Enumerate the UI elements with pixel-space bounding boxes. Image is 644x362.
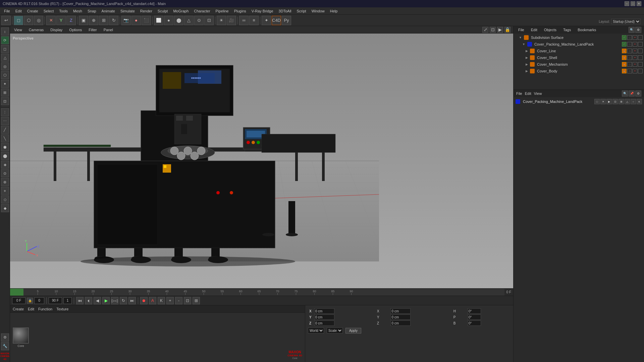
sphere-button[interactable]: ●: [164, 16, 173, 25]
minimize-button[interactable]: –: [625, 1, 629, 6]
transform-mode-select[interactable]: Scale: [327, 327, 343, 334]
tool-config[interactable]: ⚙: [1, 334, 9, 342]
cone-button[interactable]: △: [184, 16, 194, 25]
om-search-icon[interactable]: 🔍: [629, 27, 635, 33]
tool-rotate[interactable]: ⟳: [1, 36, 9, 44]
tool-spline[interactable]: ◈: [1, 161, 9, 169]
timeline-ruler[interactable]: 0 5 10 15 20 25 30 35 40 45 50 55 60 65 …: [10, 289, 504, 296]
vp-menu-options[interactable]: Options: [68, 27, 83, 33]
close-button[interactable]: ✕: [637, 1, 641, 6]
attr-pin-icon[interactable]: 📌: [629, 90, 635, 97]
del-key-button[interactable]: -: [175, 297, 182, 304]
expand-triangle-body[interactable]: ▶: [526, 69, 528, 73]
frame-rate-input[interactable]: [34, 297, 44, 304]
tool-loop[interactable]: ⊡: [1, 97, 9, 105]
loop-button[interactable]: ↻: [120, 297, 127, 304]
machine-tag-4[interactable]: ·: [638, 42, 643, 47]
material-menu-create[interactable]: Create: [13, 307, 24, 311]
scale-tool2-button[interactable]: ⊞: [99, 16, 108, 25]
play-both-button[interactable]: ▷◁: [111, 297, 118, 304]
shell-tag-4[interactable]: ·: [638, 55, 643, 60]
tool-3d[interactable]: ◆: [1, 204, 9, 212]
menu-window[interactable]: Window: [309, 8, 327, 14]
maximize-button[interactable]: □: [631, 1, 635, 6]
tool-knife[interactable]: ⊞: [1, 88, 9, 97]
tool-live[interactable]: ◎: [1, 62, 9, 70]
obj-row-body[interactable]: ▶ Cover_Body ■ □ ✕ ·: [514, 68, 644, 74]
model-mode-button[interactable]: ◻: [14, 16, 23, 25]
menu-pipeline[interactable]: Pipeline: [213, 8, 231, 14]
material-menu-function[interactable]: Function: [38, 307, 52, 311]
obj-row-subdivision[interactable]: ▼ Subdivision Surface ✓ □ ✕ ·: [514, 34, 644, 41]
material-swatch-core[interactable]: [13, 327, 29, 344]
line-tag-3[interactable]: ✕: [633, 49, 637, 53]
menu-3dtoall[interactable]: 3DToAll: [276, 8, 294, 14]
vp-menu-view[interactable]: View: [13, 27, 23, 33]
machine-tag-1[interactable]: ✓: [622, 42, 627, 47]
cylinder-button[interactable]: ⬤: [174, 16, 183, 25]
prev-key-button[interactable]: ⊡: [184, 297, 191, 304]
expand-triangle-shell[interactable]: ▶: [526, 56, 528, 59]
layout-select[interactable]: Startup (Used): [611, 19, 641, 24]
goto-start-button[interactable]: ⏮: [76, 297, 84, 304]
mech-tag-4[interactable]: ·: [638, 62, 643, 67]
vp-menu-filter[interactable]: Filter: [87, 27, 98, 33]
menu-snap[interactable]: Snap: [85, 8, 99, 14]
tool-magnet[interactable]: ✦: [1, 80, 9, 88]
tool-weld[interactable]: ⬤: [1, 152, 9, 160]
z-position-input[interactable]: [314, 320, 334, 326]
tag-dot[interactable]: ·: [638, 35, 643, 40]
line-tag-4[interactable]: ·: [638, 49, 643, 53]
mech-tag-3[interactable]: ✕: [633, 62, 637, 67]
move-tool-button[interactable]: ✕: [46, 16, 56, 25]
rotate-tool-button[interactable]: Z: [66, 16, 76, 25]
max-frame-input[interactable]: [49, 297, 62, 304]
menu-tools[interactable]: Tools: [56, 8, 70, 14]
tag-green[interactable]: ✓: [622, 35, 627, 40]
vp-render-button[interactable]: ▶: [497, 27, 503, 33]
menu-simulate[interactable]: Simulate: [118, 8, 138, 14]
y-size-input[interactable]: [390, 314, 411, 320]
tool-extrude[interactable]: ⋮: [1, 108, 9, 116]
renderall-button[interactable]: ⬛: [142, 16, 151, 25]
xpresso-button[interactable]: ✦: [262, 16, 271, 25]
body-tag-3[interactable]: ✕: [633, 69, 637, 73]
paint-mode-button[interactable]: ◎: [34, 16, 43, 25]
tool-pen[interactable]: ⊙: [1, 169, 9, 177]
vp-lock-button[interactable]: 🔒: [504, 27, 511, 33]
tool-poly[interactable]: ⬡: [1, 71, 9, 79]
menu-edit[interactable]: Edit: [13, 8, 24, 14]
menu-animate[interactable]: Animate: [99, 8, 118, 14]
attr-tab-edit[interactable]: Edit: [525, 92, 531, 96]
material-menu-texture[interactable]: Texture: [56, 307, 68, 311]
attr-config-icon[interactable]: ⚙: [635, 90, 641, 97]
p-input[interactable]: [468, 314, 481, 320]
obj-row-shell[interactable]: ▶ Cover_Shell ■ □ ✕ ·: [514, 54, 644, 61]
play-button[interactable]: ▶: [102, 297, 110, 304]
line-tag-2[interactable]: □: [627, 49, 632, 53]
expand-triangle-mech[interactable]: ▶: [526, 63, 528, 66]
om-tab-tags[interactable]: Tags: [561, 27, 573, 33]
menu-render[interactable]: Render: [138, 8, 155, 14]
obj-row-machine[interactable]: ▼ Cover_Packing_Machine_LandPack ✓ □ ✕ ·: [514, 41, 644, 48]
tool-bridge[interactable]: ╱: [1, 126, 9, 134]
vp-menu-display[interactable]: Display: [49, 27, 64, 33]
move-tool2-button[interactable]: ⊕: [89, 16, 98, 25]
attr-tab-view[interactable]: View: [534, 92, 542, 96]
menu-mograph[interactable]: MoGraph: [170, 8, 191, 14]
menu-vray[interactable]: V-Ray Bridge: [249, 8, 276, 14]
expand-triangle-machine[interactable]: ▼: [522, 43, 525, 46]
obj-row-line[interactable]: ▶ Cover_Line ■ □ ✕ ·: [514, 48, 644, 54]
z-size-input[interactable]: [390, 320, 411, 326]
sky-button[interactable]: ≡: [249, 16, 259, 25]
x-size-input[interactable]: [390, 308, 411, 314]
tool-bottom[interactable]: 🔧: [1, 342, 9, 350]
menu-sculpt[interactable]: Sculpt: [155, 8, 171, 14]
apply-button[interactable]: Apply: [345, 328, 361, 334]
attr-icon-8[interactable]: K: [637, 99, 642, 104]
rotate-tool2-button[interactable]: ↻: [109, 16, 118, 25]
texture-mode-button[interactable]: ⬡: [24, 16, 33, 25]
menu-script[interactable]: Script: [294, 8, 309, 14]
mech-tag-1[interactable]: ■: [622, 62, 627, 67]
material-menu-edit[interactable]: Edit: [28, 307, 34, 311]
